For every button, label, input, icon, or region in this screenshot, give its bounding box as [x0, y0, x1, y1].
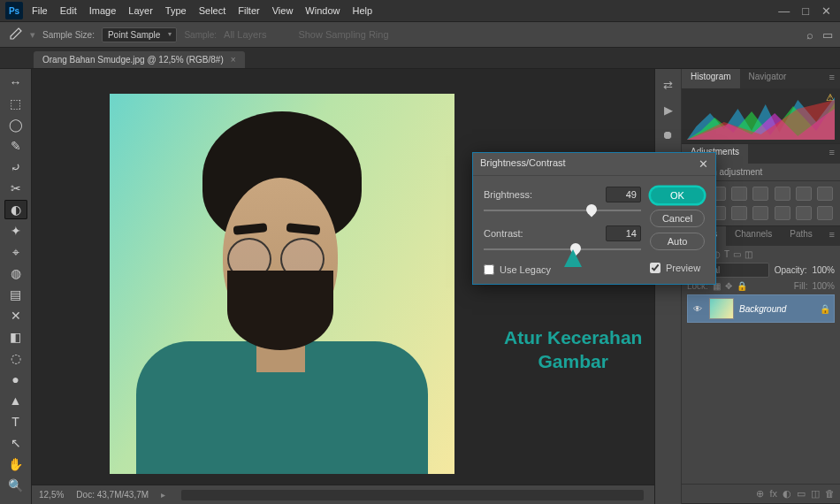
- preview-checkbox[interactable]: Preview: [650, 263, 705, 273]
- brightness-slider[interactable]: [484, 204, 641, 217]
- window-maximize-icon[interactable]: □: [802, 4, 809, 18]
- sample-size-label: Sample Size:: [42, 30, 95, 40]
- delete-layer-icon[interactable]: 🗑: [825, 488, 835, 500]
- layer-lock-icon[interactable]: 🔒: [820, 304, 830, 314]
- options-bar: ▾ Sample Size: Point Sample Sample: All …: [0, 21, 840, 48]
- auto-button[interactable]: Auto: [650, 233, 705, 250]
- menu-image[interactable]: Image: [89, 5, 117, 16]
- tool-brush[interactable]: ⌖: [4, 242, 27, 262]
- layer-thumbnail[interactable]: [709, 298, 734, 319]
- menu-window[interactable]: Window: [305, 5, 340, 16]
- tab-paths[interactable]: Paths: [781, 226, 821, 246]
- menu-help[interactable]: Help: [352, 5, 372, 16]
- tool-marquee[interactable]: ⬚: [4, 94, 27, 113]
- menu-type[interactable]: Type: [165, 5, 187, 16]
- workspace-icon[interactable]: ▭: [822, 28, 833, 42]
- search-icon[interactable]: ⌕: [806, 28, 813, 42]
- adj-threshold-icon[interactable]: [796, 206, 812, 220]
- dock-icon-1[interactable]: ⇄: [660, 76, 677, 94]
- sample-size-select[interactable]: Point Sample: [102, 27, 177, 42]
- cancel-button[interactable]: Cancel: [650, 210, 705, 227]
- adj-bw-icon[interactable]: [817, 187, 833, 201]
- lock-all-icon[interactable]: 🔒: [737, 281, 747, 291]
- layer-filter-smart-icon[interactable]: ◫: [745, 249, 752, 259]
- dock-icon-3[interactable]: ⏺: [660, 126, 677, 143]
- tool-eyedropper[interactable]: ◐: [4, 200, 27, 219]
- panel-menu-icon[interactable]: ≡: [824, 226, 840, 246]
- menu-filter[interactable]: Filter: [238, 5, 259, 16]
- zoom-level[interactable]: 12,5%: [39, 490, 64, 500]
- panel-menu-icon[interactable]: ≡: [824, 144, 840, 164]
- tab-histogram[interactable]: Histogram: [682, 69, 740, 88]
- layer-visibility-icon[interactable]: 👁: [691, 304, 704, 314]
- close-tab-icon[interactable]: ×: [231, 55, 236, 65]
- new-layer-icon[interactable]: ◫: [811, 488, 820, 500]
- tool-dodge[interactable]: ●: [4, 370, 27, 389]
- tool-path-select[interactable]: ↖: [4, 433, 27, 453]
- adj-gradient-map-icon[interactable]: [817, 206, 833, 220]
- document-canvas[interactable]: [110, 94, 454, 474]
- tool-type[interactable]: T: [4, 412, 27, 431]
- lock-position-icon[interactable]: ✥: [725, 281, 732, 291]
- tool-history-brush[interactable]: ▤: [4, 285, 27, 304]
- contrast-input[interactable]: [606, 225, 641, 241]
- tool-lasso[interactable]: ◯: [4, 115, 27, 134]
- layer-name[interactable]: Background: [739, 304, 814, 314]
- document-tab[interactable]: Orang Bahan Smudge.jpg @ 12,5% (RGB/8#) …: [34, 51, 245, 68]
- fill-value[interactable]: 100%: [812, 281, 835, 291]
- adj-invert-icon[interactable]: [752, 206, 768, 220]
- adj-color-lookup-icon[interactable]: [731, 206, 747, 220]
- eyedropper-preset-icon[interactable]: [7, 27, 23, 42]
- layer-fx-icon[interactable]: fx: [769, 488, 777, 500]
- tool-hand[interactable]: ✋: [4, 454, 27, 474]
- tool-blur[interactable]: ◌: [4, 348, 27, 368]
- tool-frame[interactable]: ✂: [4, 179, 27, 198]
- ok-button[interactable]: OK: [650, 187, 705, 204]
- adj-hue-icon[interactable]: [796, 187, 812, 201]
- opacity-value[interactable]: 100%: [812, 265, 835, 275]
- adj-curves-icon[interactable]: [731, 187, 747, 201]
- tool-heal[interactable]: ✦: [4, 221, 27, 241]
- horizontal-scrollbar[interactable]: [181, 490, 644, 500]
- adj-posterize-icon[interactable]: [775, 206, 790, 220]
- brightness-input[interactable]: [606, 187, 641, 202]
- brightness-contrast-dialog[interactable]: Brightness/Contrast ✕ Brightness: Contra…: [472, 152, 716, 285]
- tool-move[interactable]: ↔: [4, 73, 27, 92]
- layer-row[interactable]: 👁 Background 🔒: [687, 294, 835, 323]
- show-sampling-ring[interactable]: Show Sampling Ring: [298, 29, 388, 40]
- tool-crop[interactable]: ⤾: [4, 157, 27, 177]
- tab-navigator[interactable]: Navigator: [740, 69, 796, 88]
- window-minimize-icon[interactable]: —: [778, 4, 790, 18]
- tab-channels[interactable]: Channels: [726, 226, 781, 246]
- tool-gradient[interactable]: ◧: [4, 327, 27, 347]
- tool-eraser[interactable]: ✕: [4, 306, 27, 325]
- panel-menu-icon[interactable]: ≡: [824, 69, 840, 88]
- main-menu: File Edit Image Layer Type Select Filter…: [32, 5, 778, 16]
- dock-icon-2[interactable]: ▶: [660, 101, 677, 118]
- menu-layer[interactable]: Layer: [128, 5, 153, 16]
- dialog-close-icon[interactable]: ✕: [699, 157, 708, 171]
- menu-view[interactable]: View: [272, 5, 294, 16]
- app-logo: Ps: [5, 2, 23, 19]
- tool-quick-select[interactable]: ✎: [4, 136, 27, 156]
- layer-mask-icon[interactable]: ◐: [783, 488, 791, 500]
- adj-vibrance-icon[interactable]: [775, 187, 790, 201]
- tool-zoom[interactable]: 🔍: [4, 476, 27, 495]
- doc-info[interactable]: Doc: 43,7M/43,7M: [76, 490, 149, 500]
- menu-file[interactable]: File: [32, 5, 48, 16]
- layer-filter-shape-icon[interactable]: ▭: [733, 249, 741, 259]
- adj-exposure-icon[interactable]: [752, 187, 768, 201]
- menu-select[interactable]: Select: [199, 5, 226, 16]
- use-legacy-input[interactable]: [484, 264, 494, 275]
- dialog-title: Brightness/Contrast: [480, 157, 566, 171]
- menu-edit[interactable]: Edit: [60, 5, 77, 16]
- window-close-icon[interactable]: ✕: [821, 4, 831, 18]
- sample-value: All Layers: [224, 29, 266, 40]
- dialog-titlebar[interactable]: Brightness/Contrast ✕: [473, 153, 715, 176]
- layer-filter-type-icon[interactable]: T: [724, 249, 729, 259]
- new-group-icon[interactable]: ▭: [797, 488, 806, 500]
- preview-input[interactable]: [650, 263, 661, 273]
- tool-pen[interactable]: ▲: [4, 391, 27, 410]
- link-layers-icon[interactable]: ⊕: [756, 488, 764, 500]
- tool-stamp[interactable]: ◍: [4, 263, 27, 283]
